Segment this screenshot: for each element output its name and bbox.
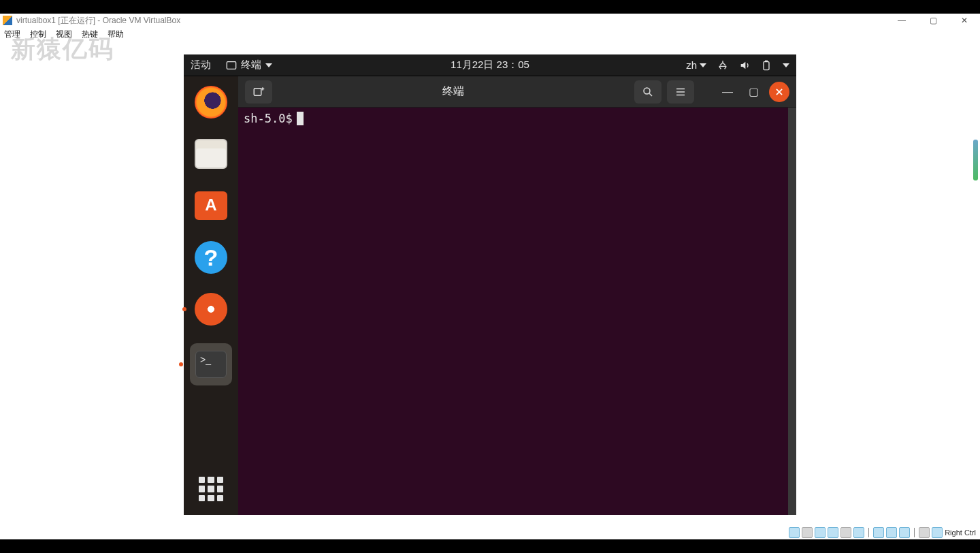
chevron-down-icon[interactable]	[783, 63, 789, 67]
hamburger-icon	[674, 86, 687, 98]
vb-optical-icon[interactable]	[802, 527, 813, 538]
ime-indicator[interactable]: zh	[686, 59, 706, 71]
dock-item-firefox[interactable]	[193, 84, 229, 120]
app-menu[interactable]: 终端	[226, 59, 272, 72]
terminal-window: 终端 — ▢ sh-5.0$	[238, 76, 796, 515]
host-menu-view[interactable]: 视图	[56, 29, 72, 40]
vb-network-icon[interactable]	[828, 527, 838, 538]
vb-usb-icon[interactable]	[840, 527, 851, 538]
files-icon	[195, 139, 227, 169]
svg-rect-0	[227, 61, 235, 69]
battery-icon[interactable]	[761, 60, 772, 71]
help-icon: ?	[195, 241, 227, 274]
terminal-app-icon	[226, 60, 237, 71]
settings-icon	[195, 293, 227, 326]
ime-label: zh	[686, 59, 697, 71]
new-tab-button[interactable]	[245, 80, 272, 104]
dock-item-settings[interactable]	[193, 291, 229, 327]
terminal-icon: >_	[195, 351, 227, 378]
vb-audio-icon[interactable]	[815, 527, 826, 538]
host-key-label: Right Ctrl	[945, 528, 976, 537]
host-titlebar: virtualbox1 [正在运行] - Oracle VM VirtualBo…	[0, 14, 980, 27]
vb-shared-folder-icon[interactable]	[853, 527, 864, 538]
host-statusbar: Right Ctrl	[0, 526, 980, 539]
dock-item-help[interactable]: ?	[193, 240, 229, 275]
search-button[interactable]	[634, 80, 662, 104]
svg-point-4	[644, 88, 650, 94]
dock-item-software[interactable]	[193, 188, 229, 223]
svg-rect-1	[764, 61, 769, 69]
host-minimize-button[interactable]: —	[886, 14, 917, 27]
network-icon[interactable]	[717, 60, 728, 71]
vb-recording-icon[interactable]	[886, 527, 897, 538]
chevron-down-icon	[265, 63, 272, 67]
terminal-body[interactable]: sh-5.0$	[238, 108, 796, 515]
dock-item-files[interactable]	[193, 136, 229, 172]
vb-display-icon[interactable]	[873, 527, 884, 538]
hamburger-menu-button[interactable]	[667, 80, 694, 104]
window-minimize-button[interactable]: —	[717, 82, 738, 102]
host-scrollbar-thumb[interactable]	[973, 140, 978, 180]
window-close-button[interactable]	[769, 82, 789, 102]
vb-cpu-icon[interactable]	[899, 527, 910, 538]
vb-mouse-integration-icon[interactable]	[919, 527, 930, 538]
host-menu-help[interactable]: 帮助	[108, 29, 124, 40]
activities-button[interactable]: 活动	[191, 59, 211, 72]
terminal-cursor	[297, 112, 304, 125]
host-menu-manage[interactable]: 管理	[4, 29, 20, 40]
terminal-prompt: sh-5.0$	[244, 112, 293, 125]
close-icon	[774, 87, 784, 97]
statusbar-separator	[868, 528, 869, 537]
host-menu-hotkey[interactable]: 热键	[82, 29, 98, 40]
virtualbox-icon	[3, 16, 12, 25]
vb-hdd-icon[interactable]	[789, 527, 800, 538]
host-close-button[interactable]: ✕	[949, 14, 980, 27]
svg-rect-2	[765, 60, 768, 61]
terminal-title: 终端	[278, 84, 629, 99]
software-icon	[195, 191, 227, 220]
svg-rect-3	[254, 88, 261, 95]
terminal-headerbar: 终端 — ▢	[238, 76, 796, 108]
firefox-icon	[195, 86, 227, 118]
dock-item-terminal[interactable]: >_	[190, 343, 232, 385]
host-menubar: 管理 控制 视图 热键 帮助	[0, 27, 980, 42]
terminal-scrollbar[interactable]	[788, 108, 796, 515]
volume-icon[interactable]	[739, 60, 750, 71]
guest-vm-display: 活动 终端 11月22日 23：05 zh	[184, 54, 796, 515]
ubuntu-dock: ? >_	[184, 76, 238, 515]
new-tab-icon	[252, 86, 265, 98]
ubuntu-topbar: 活动 终端 11月22日 23：05 zh	[184, 54, 796, 76]
search-icon	[642, 86, 654, 98]
host-window-title: virtualbox1 [正在运行] - Oracle VM VirtualBo…	[16, 15, 180, 27]
vb-keyboard-icon[interactable]	[932, 527, 943, 538]
window-maximize-button[interactable]: ▢	[743, 82, 764, 102]
show-applications-button[interactable]	[199, 477, 223, 501]
clock[interactable]: 11月22日 23：05	[451, 59, 529, 72]
host-maximize-button[interactable]: ▢	[917, 14, 949, 27]
host-window: virtualbox1 [正在运行] - Oracle VM VirtualBo…	[0, 14, 980, 539]
host-menu-control[interactable]: 控制	[30, 29, 46, 40]
app-menu-label: 终端	[241, 59, 261, 72]
statusbar-separator	[914, 528, 915, 537]
chevron-down-icon	[700, 63, 706, 67]
guest-body: ? >_ 终端	[184, 76, 796, 515]
